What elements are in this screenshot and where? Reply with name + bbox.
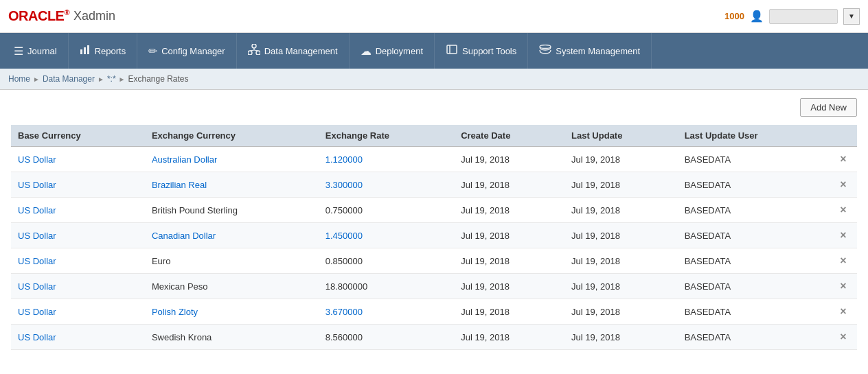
nav-support-tools[interactable]: Support Tools [435, 33, 528, 69]
cell-delete: × [830, 248, 857, 274]
main-content: Add New Base Currency Exchange Currency … [0, 90, 868, 358]
cell-exchange-currency: Polish Zloty [145, 299, 319, 325]
nav-system-management[interactable]: System Management [528, 33, 652, 69]
header-right: 1000 👤 ▼ [724, 8, 860, 25]
table-header: Base Currency Exchange Currency Exchange… [11, 125, 857, 147]
user-name-field[interactable] [769, 9, 838, 24]
data-management-icon [248, 44, 260, 58]
cell-last-update: Jul 19, 2018 [564, 325, 678, 350]
breadcrumb-home[interactable]: Home [8, 74, 30, 84]
delete-button[interactable]: × [836, 153, 850, 165]
svg-rect-0 [80, 49, 82, 54]
top-header: ORACLE® Xadmin 1000 👤 ▼ [0, 0, 868, 33]
col-header-base-currency: Base Currency [11, 125, 145, 147]
col-header-actions [830, 125, 857, 147]
delete-button[interactable]: × [836, 204, 850, 216]
table-header-row: Base Currency Exchange Currency Exchange… [11, 125, 857, 147]
nav-bar: ☰ Journal Reports ✏ Config Manager Data … [0, 33, 868, 69]
delete-button[interactable]: × [836, 178, 850, 191]
base-currency-link[interactable]: US Dollar [18, 205, 56, 215]
nav-data-management[interactable]: Data Management [237, 33, 350, 69]
exchange-currency-link[interactable]: Polish Zloty [152, 307, 198, 317]
breadcrumb-data-manager[interactable]: Data Manager [43, 74, 95, 84]
exchange-currency-link[interactable]: Australian Dollar [152, 154, 217, 165]
cell-last-update: Jul 19, 2018 [564, 172, 678, 198]
cell-exchange-currency: Brazilian Real [145, 172, 319, 198]
nav-system-management-label: System Management [556, 46, 640, 56]
nav-support-tools-label: Support Tools [462, 46, 516, 56]
toolbar: Add New [11, 98, 857, 117]
cell-base-currency: US Dollar [11, 147, 145, 172]
breadcrumb-sep-2: ► [98, 75, 104, 83]
table-row: US DollarSwedish Krona8.560000Jul 19, 20… [11, 325, 857, 350]
base-currency-link[interactable]: US Dollar [18, 256, 56, 266]
exchange-rate-value[interactable]: 3.670000 [326, 307, 363, 317]
cell-create-date: Jul 19, 2018 [454, 198, 564, 223]
exchange-currency-link[interactable]: Brazilian Real [152, 180, 207, 190]
config-manager-icon: ✏ [148, 45, 157, 58]
col-header-last-update: Last Update [564, 125, 678, 147]
svg-rect-1 [84, 47, 86, 54]
table-row: US DollarBritish Pound Sterling0.750000J… [11, 198, 857, 223]
breadcrumb: Home ► Data Manager ► *:* ► Exchange Rat… [0, 69, 868, 90]
cell-last-update: Jul 19, 2018 [564, 223, 678, 248]
base-currency-link[interactable]: US Dollar [18, 180, 56, 190]
cell-base-currency: US Dollar [11, 172, 145, 198]
table-row: US DollarBrazilian Real3.300000Jul 19, 2… [11, 172, 857, 198]
user-id: 1000 [724, 11, 744, 21]
nav-deployment-label: Deployment [376, 46, 423, 56]
nav-reports-label: Reports [95, 46, 126, 56]
nav-reports[interactable]: Reports [69, 33, 138, 69]
delete-button[interactable]: × [836, 255, 850, 267]
nav-config-manager[interactable]: ✏ Config Manager [137, 33, 237, 69]
exchange-rate-value[interactable]: 3.300000 [326, 180, 363, 190]
col-header-exchange-currency: Exchange Currency [145, 125, 319, 147]
base-currency-link[interactable]: US Dollar [18, 307, 56, 317]
cell-exchange-currency: Mexican Peso [145, 274, 319, 299]
delete-button[interactable]: × [836, 229, 850, 242]
cell-last-update: Jul 19, 2018 [564, 274, 678, 299]
nav-data-management-label: Data Management [264, 46, 338, 56]
cell-last-update-user: BASEDATA [678, 147, 830, 172]
col-header-create-date: Create Date [454, 125, 564, 147]
cell-delete: × [830, 274, 857, 299]
cell-last-update: Jul 19, 2018 [564, 147, 678, 172]
cell-last-update-user: BASEDATA [678, 223, 830, 248]
base-currency-link[interactable]: US Dollar [18, 231, 56, 241]
cell-last-update-user: BASEDATA [678, 274, 830, 299]
delete-button[interactable]: × [836, 280, 850, 292]
exchange-rate-value[interactable]: 1.120000 [326, 154, 363, 165]
svg-point-3 [252, 44, 256, 48]
cell-delete: × [830, 198, 857, 223]
cell-delete: × [830, 172, 857, 198]
cell-exchange-rate: 8.560000 [319, 325, 454, 350]
exchange-currency-link[interactable]: Canadian Dollar [152, 231, 216, 241]
nav-journal[interactable]: ☰ Journal [3, 33, 69, 69]
add-new-button[interactable]: Add New [800, 98, 857, 117]
svg-line-8 [254, 50, 258, 51]
base-currency-link[interactable]: US Dollar [18, 332, 56, 342]
cell-base-currency: US Dollar [11, 223, 145, 248]
cell-create-date: Jul 19, 2018 [454, 172, 564, 198]
cell-last-update-user: BASEDATA [678, 325, 830, 350]
cell-create-date: Jul 19, 2018 [454, 248, 564, 274]
nav-deployment[interactable]: ☁ Deployment [350, 33, 435, 69]
base-currency-link[interactable]: US Dollar [18, 281, 56, 292]
user-icon: 👤 [750, 10, 764, 23]
cell-create-date: Jul 19, 2018 [454, 274, 564, 299]
cell-exchange-rate: 1.120000 [319, 147, 454, 172]
exchange-rate-value[interactable]: 1.450000 [326, 231, 363, 241]
delete-button[interactable]: × [836, 305, 850, 318]
delete-button[interactable]: × [836, 331, 850, 343]
user-dropdown-arrow[interactable]: ▼ [843, 8, 860, 25]
cell-delete: × [830, 325, 857, 350]
cell-create-date: Jul 19, 2018 [454, 223, 564, 248]
svg-rect-2 [87, 45, 89, 54]
nav-journal-label: Journal [27, 46, 57, 56]
cell-create-date: Jul 19, 2018 [454, 299, 564, 325]
base-currency-link[interactable]: US Dollar [18, 154, 56, 165]
breadcrumb-wildcard[interactable]: *:* [107, 74, 116, 84]
logo-area: ORACLE® Xadmin [8, 8, 115, 24]
svg-rect-9 [447, 45, 457, 54]
breadcrumb-sep-3: ► [119, 75, 126, 83]
